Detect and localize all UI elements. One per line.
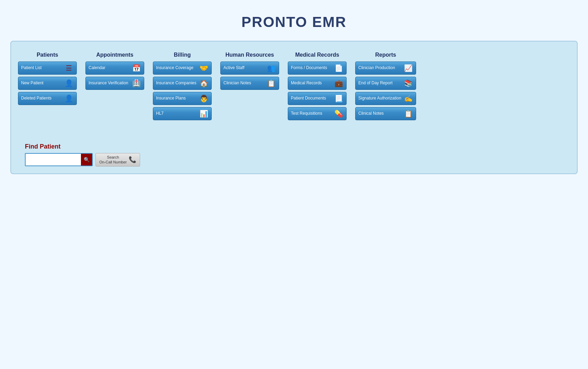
menu-item-icon-patients-1: 👤 [64, 79, 74, 87]
menu-item-patients-0[interactable]: Patient List☰ [18, 62, 77, 75]
menu-item-text-reports-1: End of Day Report [358, 81, 401, 86]
phone-icon: 📞 [129, 156, 136, 163]
menu-item-icon-appointments-0: 📅 [131, 64, 141, 72]
menu-item-appointments-0[interactable]: Calendar📅 [85, 62, 144, 75]
menu-item-icon-billing-0: 🤝 [199, 64, 209, 72]
menu-item-icon-billing-3: 📊 [199, 110, 209, 118]
menu-item-text-human-resources-0: Active Staff [223, 65, 264, 71]
section-patients: PatientsPatient List☰New Patient👤Deleted… [18, 52, 77, 107]
on-call-text: SearchOn-Call Number [99, 155, 127, 165]
menu-item-icon-reports-3: 📋 [403, 110, 413, 118]
menu-item-icon-billing-2: 👨 [199, 94, 209, 103]
section-title-human-resources: Human Resources [226, 52, 274, 58]
menu-item-icon-reports-0: 📈 [403, 64, 413, 72]
section-human-resources: Human ResourcesActive Staff👥Clinician No… [220, 52, 279, 92]
section-title-medical-records: Medical Records [295, 52, 339, 58]
menu-item-text-billing-0: Insurance Coverage [156, 65, 197, 71]
menu-item-reports-0[interactable]: Clinician Production📈 [355, 62, 416, 75]
menu-item-text-reports-2: Signature Authorization [358, 96, 401, 101]
menu-item-text-patients-1: New Patient [21, 81, 62, 86]
menu-item-patients-2[interactable]: Deleted Patients👤 [18, 92, 77, 105]
section-title-billing: Billing [174, 52, 191, 58]
menu-item-patients-1[interactable]: New Patient👤 [18, 77, 77, 90]
menu-item-icon-human-resources-1: 📋 [266, 79, 276, 87]
menu-item-text-patients-2: Deleted Patients [21, 96, 62, 101]
section-reports: ReportsClinician Production📈End of Day R… [355, 52, 416, 122]
menu-item-text-billing-1: Insurance Companies [156, 81, 197, 86]
section-title-reports: Reports [375, 52, 396, 58]
menu-item-icon-reports-1: 📚 [403, 79, 413, 87]
menu-item-icon-medical-records-2: 📃 [334, 94, 343, 103]
on-call-button[interactable]: SearchOn-Call Number 📞 [95, 153, 140, 167]
menu-item-text-reports-0: Clinician Production [358, 65, 401, 71]
menu-item-text-appointments-0: Calendar [89, 65, 129, 71]
section-title-appointments: Appointments [96, 52, 134, 58]
menu-item-icon-reports-2: ✍️ [403, 94, 413, 103]
menu-item-icon-appointments-1: 🏥 [131, 79, 141, 87]
page-title: PRONTO EMR [0, 0, 588, 41]
menu-item-text-patients-0: Patient List [21, 65, 62, 71]
find-patient-label: Find Patient [25, 143, 563, 150]
menu-item-human-resources-1[interactable]: Clinician Notes📋 [220, 77, 279, 90]
menu-item-billing-3[interactable]: HL7📊 [153, 107, 212, 120]
menu-item-human-resources-0[interactable]: Active Staff👥 [220, 62, 279, 75]
find-patient-row: 🔍 SearchOn-Call Number 📞 [25, 153, 563, 167]
menu-item-medical-records-1[interactable]: Medical Records💼 [288, 77, 347, 90]
menu-item-medical-records-2[interactable]: Patient Documents📃 [288, 92, 347, 105]
section-appointments: AppointmentsCalendar📅Insurance Verificat… [85, 52, 144, 92]
search-input-wrapper: 🔍 [25, 153, 93, 166]
menu-item-billing-0[interactable]: Insurance Coverage🤝 [153, 62, 212, 75]
menu-item-icon-medical-records-0: 📄 [334, 64, 343, 72]
menu-item-reports-3[interactable]: Clinical Notes📋 [355, 107, 416, 120]
menu-item-text-billing-2: Insurance Plans [156, 96, 197, 101]
menu-item-icon-patients-0: ☰ [64, 64, 74, 72]
section-billing: BillingInsurance Coverage🤝Insurance Comp… [153, 52, 212, 122]
menu-item-icon-medical-records-3: 💊 [334, 110, 343, 118]
menu-item-text-reports-3: Clinical Notes [358, 111, 401, 116]
menu-item-text-medical-records-0: Forms / Documents [291, 65, 332, 71]
main-container: PatientsPatient List☰New Patient👤Deleted… [10, 41, 578, 174]
search-button[interactable]: 🔍 [81, 154, 92, 165]
menu-item-reports-2[interactable]: Signature Authorization✍️ [355, 92, 416, 105]
menu-item-text-medical-records-1: Medical Records [291, 81, 332, 86]
menu-item-icon-billing-1: 🏠 [199, 79, 209, 87]
menu-item-icon-medical-records-1: 💼 [334, 79, 343, 87]
menu-item-text-billing-3: HL7 [156, 111, 197, 116]
menu-item-text-human-resources-1: Clinician Notes [223, 81, 264, 86]
find-patient-section: Find Patient 🔍 SearchOn-Call Number 📞 [18, 143, 570, 167]
menu-item-text-medical-records-3: Test Requisitions [291, 111, 332, 116]
menu-item-billing-1[interactable]: Insurance Companies🏠 [153, 77, 212, 90]
menu-item-icon-human-resources-0: 👥 [266, 64, 276, 72]
menu-item-medical-records-3[interactable]: Test Requisitions💊 [288, 107, 347, 120]
menu-item-appointments-1[interactable]: Insurance Verification🏥 [85, 77, 144, 90]
menu-item-text-medical-records-2: Patient Documents [291, 96, 332, 101]
menu-item-billing-2[interactable]: Insurance Plans👨 [153, 92, 212, 105]
menu-item-icon-patients-2: 👤 [64, 94, 74, 103]
menu-item-medical-records-0[interactable]: Forms / Documents📄 [288, 62, 347, 75]
section-medical-records: Medical RecordsForms / Documents📄Medical… [288, 52, 347, 122]
search-input[interactable] [26, 154, 81, 165]
sections-row: PatientsPatient List☰New Patient👤Deleted… [18, 52, 570, 122]
menu-item-reports-1[interactable]: End of Day Report📚 [355, 77, 416, 90]
menu-item-text-appointments-1: Insurance Verification [89, 81, 129, 86]
section-title-patients: Patients [37, 52, 58, 58]
